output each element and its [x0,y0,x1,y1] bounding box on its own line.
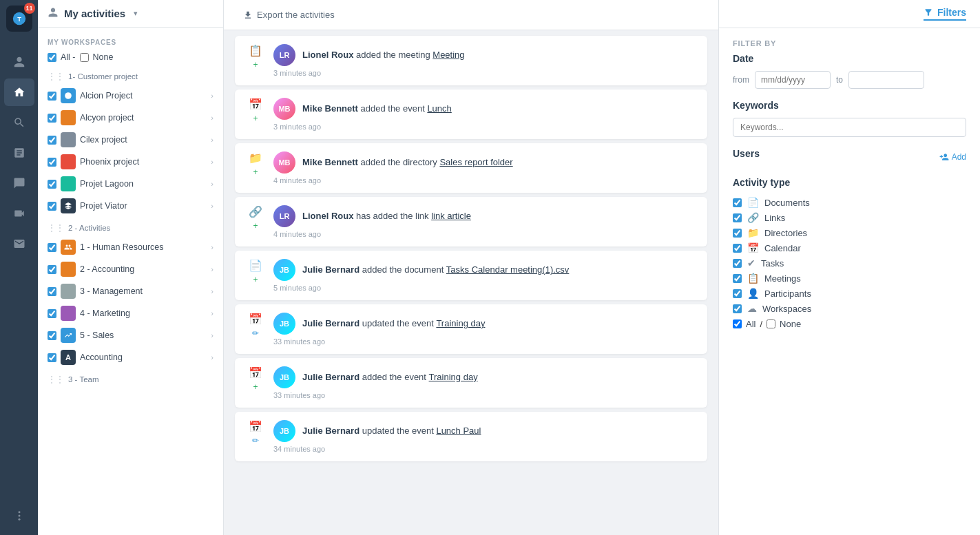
sidebar-item-lagoon[interactable]: Projet Lagoon › [38,173,223,195]
nav-tasks-icon[interactable] [4,139,34,167]
nav-search-icon[interactable] [4,109,34,136]
date-to-input[interactable]: 01/19/2018 [848,71,924,89]
type-tasks: ✔ Tasks [733,255,966,271]
activity-link[interactable]: Tasks Calendar meeting(1).csv [446,264,569,275]
meetings-label[interactable]: Meetings [764,273,801,284]
phoenix-checkbox[interactable] [48,158,56,167]
activity-item: 🔗 + LR Lionel Roux has added the link li… [235,197,707,246]
keywords-input[interactable] [733,118,966,137]
sidebar-item-alcion[interactable]: Alcion Project › [38,85,223,107]
edit-action-icon-8: ✏ [252,436,259,445]
add-action-icon: + [253,167,258,177]
filters-label: Filters [937,7,966,18]
sidebar-item-cilex[interactable]: Cilex project › [38,129,223,151]
link-icon: 🔗 [249,205,262,218]
links-label[interactable]: Links [764,213,785,223]
activity-link[interactable]: Lunch Paul [436,426,481,436]
management-checkbox[interactable] [48,287,56,296]
activity-link[interactable]: Sales report folder [439,157,512,167]
viator-chevron: › [211,202,213,210]
activity-content-1: LR Lionel Roux added the meeting Meeting… [273,44,696,77]
nav-chat-icon[interactable] [4,169,34,197]
sidebar-title: My activities [64,8,125,19]
group-label-activities: 2 - Activities [68,224,213,232]
none-types-checkbox[interactable] [767,319,775,328]
app-logo[interactable]: T 11 [6,6,32,32]
group-label-team: 3 - Team [68,375,213,384]
none-types-label[interactable]: None [780,319,801,329]
nav-mail-icon[interactable] [4,230,34,258]
sidebar-header[interactable]: My activities ▾ [38,0,223,28]
nav-more-icon[interactable] [4,502,34,529]
acc2-checkbox[interactable] [48,353,56,362]
directories-label[interactable]: Directories [764,228,807,238]
lagoon-checkbox[interactable] [48,180,56,189]
add-action-icon: + [253,60,258,70]
viator-checkbox[interactable] [48,202,56,211]
all-checkbox[interactable] [48,53,56,62]
sidebar: My activities ▾ MY WORKSPACES All - None… [38,0,224,535]
cilex-checkbox[interactable] [48,136,56,145]
hr-checkbox[interactable] [48,243,56,252]
hr-icon [61,240,76,255]
alcion-checkbox[interactable] [48,92,56,101]
activity-link[interactable]: Training day [429,372,478,382]
sidebar-item-accounting[interactable]: 2 - Accounting › [38,258,223,280]
phoenix-icon [61,154,76,169]
add-action-icon: + [253,221,258,231]
date-filter-section: Date from to 01/19/2018 [733,53,966,89]
tasks-checkbox[interactable] [733,259,742,268]
sidebar-item-management[interactable]: 3 - Management › [38,280,223,302]
nav-home-icon[interactable] [4,78,34,106]
filters-button[interactable]: Filters [924,7,966,21]
nav-video-icon[interactable] [4,200,34,227]
activity-text-1: Lionel Roux added the meeting Meeting [302,49,465,61]
accounting-checkbox[interactable] [48,265,56,274]
links-checkbox[interactable] [733,213,742,222]
sales-checkbox[interactable] [48,331,56,340]
calendar-label[interactable]: Calendar [764,243,801,253]
participants-checkbox[interactable] [733,289,742,298]
group-team: ⋮⋮ 3 - Team [38,371,223,388]
group-label: 1- Customer project [68,72,213,81]
directories-checkbox[interactable] [733,229,742,238]
none-label: None [93,52,114,62]
all-none-row[interactable]: All - None [38,49,223,65]
activity-row: JB Julie Bernard added the event Trainin… [273,366,696,388]
all-types-label[interactable]: All [746,319,755,329]
participants-label[interactable]: Participants [764,289,811,299]
alcion-icon [61,88,76,103]
sidebar-item-viator[interactable]: Projet Viator › [38,195,223,217]
sidebar-item-acc2[interactable]: A Accounting › [38,346,223,368]
sidebar-item-alcyon[interactable]: Alcyon project › [38,107,223,129]
group-header-activities[interactable]: ⋮⋮ 2 - Activities [38,220,223,236]
tasks-label[interactable]: Tasks [761,258,784,269]
activity-link[interactable]: Meeting [432,50,464,60]
sidebar-item-sales[interactable]: 5 - Sales › [38,324,223,346]
documents-label[interactable]: Documents [764,198,810,208]
sidebar-item-phoenix[interactable]: Phoenix project › [38,151,223,173]
document-type-icon: 📄 [747,197,759,208]
export-button[interactable]: Export the activities [238,7,340,23]
sidebar-item-marketing[interactable]: 4 - Marketing › [38,302,223,324]
all-types-checkbox[interactable] [733,319,742,328]
add-user-button[interactable]: Add [939,152,966,162]
activity-link[interactable]: Training day [436,318,485,328]
alcyon-checkbox[interactable] [48,114,56,123]
group-header-team[interactable]: ⋮⋮ 3 - Team [38,371,223,388]
none-checkbox[interactable] [80,53,89,62]
nav-user-icon[interactable] [4,48,34,76]
activity-link[interactable]: Lunch [427,103,451,114]
workspaces-checkbox[interactable] [733,304,742,313]
calendar-checkbox[interactable] [733,244,742,253]
marketing-checkbox[interactable] [48,309,56,318]
calendar-icon-7: 📅 [249,366,262,379]
date-from-input[interactable] [755,71,831,89]
documents-checkbox[interactable] [733,198,742,207]
sidebar-item-hr[interactable]: 1 - Human Resources › [38,236,223,258]
nav-icons [0,48,38,258]
activity-link[interactable]: link article [431,211,471,221]
group-header-customer[interactable]: ⋮⋮ 1- Customer project [38,68,223,85]
meetings-checkbox[interactable] [733,274,742,283]
workspaces-label[interactable]: Workspaces [762,304,811,314]
